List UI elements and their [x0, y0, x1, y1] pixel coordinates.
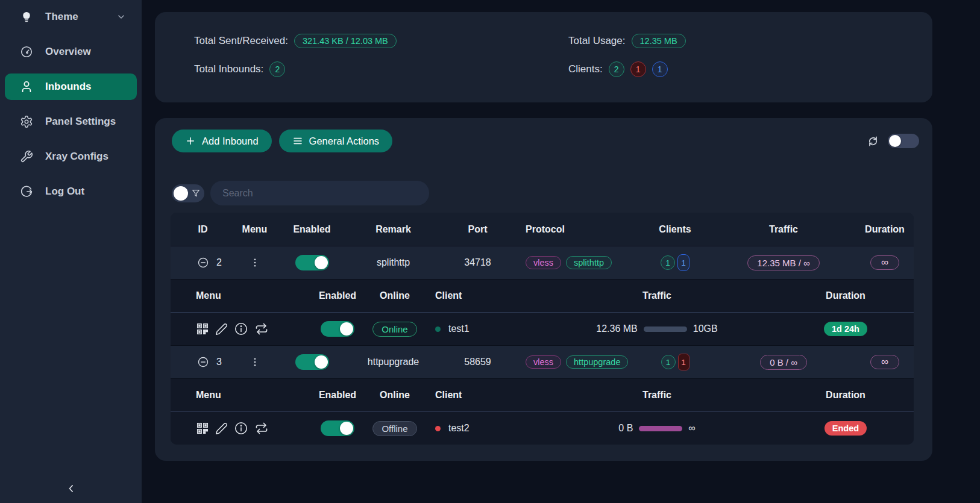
inbound-enabled-toggle[interactable]	[295, 354, 329, 370]
sidebar-collapse-icon[interactable]	[65, 483, 77, 495]
header-menu: Menu	[171, 390, 307, 401]
add-inbound-button[interactable]: Add Inbound	[172, 130, 272, 152]
client-row: Offline test2 0 B ∞ Ended	[171, 411, 914, 445]
client-traffic-up: 12.36 MB	[596, 323, 637, 334]
header-enabled: Enabled	[307, 290, 368, 301]
sidebar-item-theme[interactable]: Theme	[5, 4, 137, 30]
client-status-dot	[435, 326, 441, 332]
stat-total-inbounds: Total Inbounds: 2	[194, 61, 568, 77]
collapse-row-button[interactable]	[197, 257, 209, 269]
client-traffic-cap: ∞	[688, 423, 695, 434]
edit-icon[interactable]	[215, 323, 228, 336]
stat-value-badge: 2	[269, 61, 285, 77]
duration-badge: ∞	[870, 255, 899, 270]
gauge-icon	[20, 45, 33, 58]
online-status-badge: Offline	[372, 421, 416, 436]
wrench-icon	[20, 150, 33, 163]
client-enabled-toggle[interactable]	[321, 420, 354, 436]
sidebar-item-xray-configs[interactable]: Xray Configs	[5, 143, 137, 170]
toggle-knob	[315, 355, 328, 369]
client-header-row: Menu Enabled Online Client Traffic Durat…	[171, 279, 914, 312]
row-menu-icon[interactable]	[250, 357, 260, 367]
user-icon	[20, 80, 33, 93]
stat-label: Total Sent/Received:	[194, 35, 288, 47]
general-actions-button[interactable]: General Actions	[279, 130, 392, 152]
menu-lines-icon	[292, 136, 303, 146]
qrcode-icon[interactable]	[196, 422, 209, 435]
row-menu-icon[interactable]	[250, 257, 260, 268]
duration-badge: ∞	[870, 355, 899, 369]
sidebar-item-label: Xray Configs	[45, 151, 108, 163]
collapse-row-button[interactable]	[197, 356, 209, 368]
sidebar-item-label: Theme	[45, 11, 78, 23]
client-name: test1	[448, 323, 470, 334]
header-port: Port	[437, 224, 518, 235]
inbound-id: 3	[216, 357, 222, 367]
client-status-dot	[435, 426, 441, 431]
client-count-green: 1	[661, 255, 675, 270]
refresh-icon[interactable]	[867, 135, 879, 148]
header-traffic: Traffic	[536, 390, 777, 401]
client-row: Online test1 12.36 MB 10GB 1d 24h	[171, 312, 914, 345]
stat-value-badge: 12.35 MB	[632, 34, 686, 48]
header-traffic: Traffic	[536, 290, 777, 301]
header-menu: Menu	[171, 290, 307, 301]
qrcode-icon[interactable]	[196, 322, 209, 336]
search-row	[155, 181, 932, 205]
client-count-green: 1	[661, 355, 676, 369]
edit-icon[interactable]	[215, 422, 228, 435]
logout-icon	[20, 185, 33, 198]
header-duration: Duration	[777, 290, 914, 301]
header-client: Client	[422, 390, 536, 401]
reset-traffic-icon[interactable]	[254, 421, 269, 436]
sidebar-item-label: Panel Settings	[45, 116, 116, 128]
toggle-knob	[340, 322, 353, 336]
table-header-row: ID Menu Enabled Remark Port Protocol Cli…	[171, 213, 914, 246]
filter-toggle[interactable]	[172, 184, 204, 202]
client-header-row: Menu Enabled Online Client Traffic Durat…	[171, 378, 914, 411]
add-inbound-label: Add Inbound	[202, 136, 259, 147]
sidebar-item-label: Log Out	[45, 186, 84, 198]
inbound-row: 2 splithttp 34718 vless splithttp 1 1	[171, 246, 914, 279]
reset-traffic-icon[interactable]	[254, 322, 269, 336]
client-enabled-toggle[interactable]	[321, 321, 354, 337]
sidebar-item-panel-settings[interactable]: Panel Settings	[5, 108, 137, 135]
filter-icon	[191, 189, 201, 198]
toggle-knob	[889, 135, 901, 147]
sidebar: Theme Overview Inbounds Panel Settings	[0, 0, 142, 503]
inbound-enabled-toggle[interactable]	[295, 255, 329, 270]
general-actions-label: General Actions	[309, 136, 379, 147]
toggle-knob	[315, 256, 328, 269]
info-icon[interactable]	[234, 421, 248, 436]
traffic-progress-bar	[639, 426, 682, 431]
info-icon[interactable]	[234, 322, 248, 336]
stat-label: Clients:	[568, 63, 603, 75]
stats-card: Total Sent/Received: 321.43 KB / 12.03 M…	[155, 12, 932, 102]
transport-badge: splithttp	[566, 256, 612, 269]
auto-refresh-toggle[interactable]	[888, 134, 919, 148]
header-enabled: Enabled	[274, 224, 350, 235]
toolbar-right	[867, 134, 919, 148]
sidebar-item-overview[interactable]: Overview	[5, 39, 137, 65]
search-input[interactable]	[210, 181, 429, 205]
clients-blue-badge: 1	[652, 61, 668, 77]
protocol-badge: vless	[526, 355, 561, 369]
client-traffic-cap: 10GB	[693, 323, 718, 334]
client-count-red: 1	[678, 354, 689, 370]
clients-red-badge: 1	[630, 61, 646, 77]
header-traffic: Traffic	[711, 224, 856, 235]
plus-icon	[185, 136, 196, 146]
header-duration: Duration	[777, 390, 914, 401]
client-count-blue: 1	[677, 254, 689, 271]
inbound-id: 2	[216, 257, 222, 268]
traffic-badge: 12.35 MB / ∞	[747, 255, 819, 270]
sidebar-item-inbounds[interactable]: Inbounds	[5, 73, 137, 100]
chevron-down-icon	[116, 12, 126, 22]
sidebar-item-log-out[interactable]: Log Out	[5, 178, 137, 205]
protocol-badge: vless	[526, 256, 561, 269]
toggle-knob	[174, 186, 188, 201]
inbound-port: 58659	[437, 357, 518, 367]
stats-left-column: Total Sent/Received: 321.43 KB / 12.03 M…	[194, 34, 568, 102]
toggle-knob	[340, 422, 353, 435]
inbound-remark: httpupgrade	[350, 357, 437, 367]
